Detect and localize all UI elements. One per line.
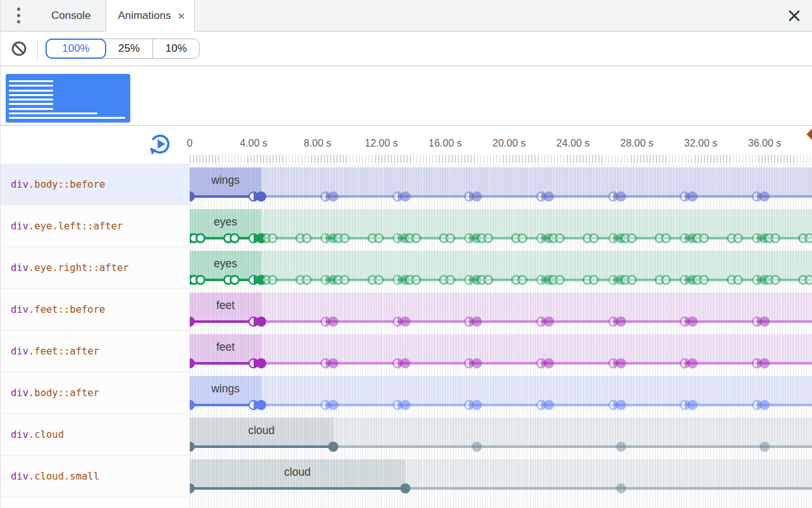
kebab-menu-icon [17, 8, 20, 23]
animation-row: div.cloudcloud [1, 414, 812, 456]
time-axis-label: 36.00 s [748, 138, 781, 149]
animation-selector[interactable]: div.cloud [1, 414, 190, 456]
keyframe-dot [256, 191, 266, 202]
keyframe-dot [340, 275, 350, 285]
tabbar-spacer [195, 0, 777, 31]
keyframe-dot [770, 233, 780, 243]
animation-track[interactable]: wings [190, 372, 812, 414]
keyframe-dot [627, 275, 637, 285]
keyframe-dot [328, 317, 338, 327]
keyframe-dot [616, 400, 626, 410]
animation-bar-iterations [261, 167, 812, 197]
keyframe-dot [661, 233, 671, 243]
time-axis-label: 0 [187, 138, 193, 149]
tab-console[interactable]: Console [36, 0, 106, 31]
keyframe-dot [760, 191, 770, 202]
keyframe-line-first [190, 445, 333, 448]
keyframe-dot [268, 275, 278, 285]
preview-line [9, 112, 97, 114]
animation-track[interactable]: feet [190, 330, 812, 372]
animation-selector[interactable]: div.feet::after [1, 330, 190, 372]
animation-selector[interactable]: div.eye.left::after [1, 205, 190, 247]
animation-name: cloud [248, 424, 274, 437]
keyframe-dot [661, 275, 671, 285]
animation-track[interactable]: cloud [190, 456, 812, 497]
selector-classes: .eye.right::after [28, 262, 129, 274]
keyframe-dot [195, 275, 206, 285]
keyframe-dot [195, 233, 206, 243]
time-axis-label: 32.00 s [684, 138, 717, 149]
animation-name: eyes [214, 257, 237, 270]
keyframe-dot [400, 317, 410, 327]
rate-button-25[interactable]: 25% [106, 39, 152, 58]
keyframe-dot [472, 442, 482, 452]
keyframe-dot [555, 275, 565, 285]
selector-tag: div [11, 387, 28, 399]
keyframe-dot [733, 275, 743, 285]
keyframe-dot [256, 400, 266, 410]
tab-close-icon[interactable]: ✕ [177, 11, 185, 21]
preview-line [9, 85, 53, 87]
keyframe-dot [517, 275, 527, 285]
keyframe-dot [616, 317, 626, 327]
animations-toolbar: 100% 25% 10% [1, 32, 812, 66]
animation-selector[interactable]: div.cloud.small [1, 456, 190, 497]
keyframe-dot [544, 191, 554, 202]
keyframe-dot [374, 275, 384, 285]
keyframe-dot [589, 275, 599, 285]
preview-line [9, 117, 125, 119]
animation-row: div.body::afterwings [1, 372, 812, 414]
more-options-button[interactable] [1, 0, 36, 31]
animation-groups-strip [1, 66, 812, 126]
time-axis-label: 28.00 s [620, 138, 653, 149]
replay-button[interactable] [149, 133, 171, 155]
animation-row: div.eye.right::aftereyes [1, 247, 812, 289]
rate-button-100[interactable]: 100% [46, 39, 106, 59]
animation-track[interactable]: feet [190, 289, 812, 330]
preview-line [9, 103, 53, 105]
keyframe-dot [687, 317, 698, 327]
keyframe-dot [483, 233, 493, 243]
animations-panel: Console Animations ✕ 100% 25% 10% [0, 0, 812, 508]
animation-track[interactable]: eyes [190, 247, 812, 289]
keyframe-dot [760, 442, 770, 452]
keyframe-dot [340, 233, 350, 243]
animation-track[interactable]: wings [190, 164, 812, 205]
animation-selector[interactable]: div.eye.right::after [1, 247, 190, 289]
playhead-marker[interactable] [806, 128, 812, 140]
tab-animations[interactable]: Animations ✕ [106, 0, 195, 32]
keyframe-dot [445, 233, 455, 243]
clear-all-button[interactable] [4, 36, 34, 61]
animation-row: div.feet::afterfeet [1, 330, 812, 372]
close-devtools-button[interactable] [777, 0, 812, 31]
animation-selector[interactable]: div.body::after [1, 372, 190, 414]
selector-classes: .eye.left::after [28, 221, 123, 232]
animation-track[interactable]: eyes [190, 205, 812, 247]
time-axis-label: 12.00 s [365, 138, 398, 149]
selector-classes: .body::after [28, 387, 99, 399]
time-axis-label: 24.00 s [557, 138, 589, 149]
replay-icon [149, 133, 171, 155]
keyframe-dot [230, 233, 240, 243]
animation-name: eyes [214, 215, 237, 229]
selector-tag: div [11, 346, 28, 357]
animation-rows: div.body::beforewingsdiv.eye.left::after… [1, 164, 812, 497]
selector-tag: div [11, 262, 28, 274]
tab-console-label: Console [51, 9, 90, 22]
animation-group-preview[interactable] [6, 74, 130, 123]
keyframe-dot [616, 191, 626, 202]
preview-line [9, 80, 53, 82]
selector-classes: .cloud.small [28, 471, 99, 482]
rate-button-10[interactable]: 10% [152, 39, 199, 58]
animation-track[interactable]: cloud [190, 414, 812, 456]
keyframe-dot [268, 233, 278, 243]
animation-selector[interactable]: div.body::before [1, 164, 190, 205]
selector-classes: .body::before [28, 179, 105, 190]
animation-row: div.feet::beforefeet [1, 289, 812, 330]
keyframe-dot [770, 275, 780, 285]
keyframe-dot [555, 233, 565, 243]
keyframe-dot [328, 358, 338, 368]
keyframe-line-first [190, 487, 405, 490]
animation-selector[interactable]: div.feet::before [1, 289, 190, 330]
keyframe-dot [804, 233, 812, 243]
